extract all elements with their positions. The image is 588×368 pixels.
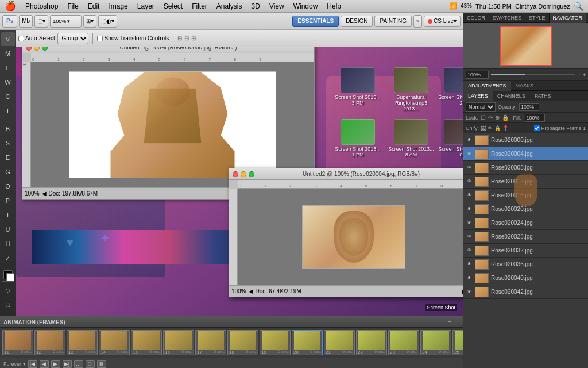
tool-move[interactable]: V (1, 32, 15, 46)
tween-btn[interactable]: … (74, 360, 83, 368)
view-btn[interactable]: ⊞▾ (83, 15, 96, 28)
anim-frame-25[interactable]: 25 0 sec. (452, 330, 463, 355)
tool-eyedropper[interactable]: I (1, 104, 15, 118)
zoom-slider[interactable] (491, 74, 575, 75)
anim-frame-15[interactable]: 15 0 sec. (131, 330, 162, 355)
zoom-nav-left-2[interactable]: ◀ (249, 288, 253, 294)
layer-item-8[interactable]: 👁 Rose020032.jpg (463, 244, 588, 258)
cs-live-btn[interactable]: CS Live▾ (424, 16, 461, 27)
layer-item-10[interactable]: 👁 Rose020040.jpg (463, 271, 588, 285)
menu-layer[interactable]: Layer (133, 0, 159, 13)
menu-help[interactable]: Help (322, 0, 346, 13)
menu-3d[interactable]: 3D (247, 0, 265, 13)
propagate-check[interactable]: Propagate Frame 1 (534, 125, 586, 131)
layer-item-9[interactable]: 👁 Rose020036.jpg (463, 258, 588, 271)
fill-input[interactable]: 100% (525, 114, 545, 122)
layer-item-0[interactable]: 👁 Rose020000.jpg (463, 133, 588, 147)
layer-eye-8[interactable]: 👁 (466, 247, 473, 254)
layer-eye-3[interactable]: 👁 (466, 178, 473, 185)
tool-dodge[interactable]: O (1, 179, 15, 193)
desktop-icon-5[interactable]: Screen Shot 2013... 8 AM (388, 119, 434, 158)
unify-btn4[interactable]: 📍 (502, 125, 509, 131)
menu-filter[interactable]: Filter (187, 0, 212, 13)
layer-eye-7[interactable]: 👁 (466, 233, 473, 240)
tool-brush[interactable]: B (1, 122, 15, 136)
tool-lasso[interactable]: L (1, 61, 15, 75)
menu-window[interactable]: Window (289, 0, 323, 13)
desktop-icon-6[interactable]: Screen Shot 2013... 0 (438, 119, 463, 158)
tab-style[interactable]: STYLE (525, 13, 550, 23)
tool-pen[interactable]: P (1, 194, 15, 208)
menu-photoshop[interactable]: Photoshop (21, 0, 63, 13)
menu-edit[interactable]: Edit (83, 0, 105, 13)
tool-shape[interactable]: U (1, 223, 15, 236)
anim-frame-21[interactable]: 21 0 sec. (324, 330, 355, 355)
maximize-btn-2[interactable] (249, 171, 254, 177)
tab-layers[interactable]: LAYERS (463, 91, 493, 101)
zoom-level-btn[interactable]: 100% ▾ (50, 15, 82, 28)
tool-marquee[interactable]: M (1, 47, 15, 60)
layer-item-1[interactable]: 👁 Rose020004.jpg (463, 147, 588, 161)
layer-eye-1[interactable]: 👁 (466, 151, 473, 158)
tool-gradient[interactable]: G (1, 165, 15, 179)
menu-image[interactable]: Image (104, 0, 132, 13)
mb-mode-btn[interactable]: Mb (19, 15, 33, 28)
layer-item-6[interactable]: 👁 Rose020024.jpg (463, 216, 588, 230)
anim-frame-23[interactable]: 23 0 sec. (388, 330, 419, 355)
lock-image-icon[interactable]: ✏ (488, 114, 493, 121)
unify-btn3[interactable]: 🔒 (494, 125, 501, 131)
anim-frame-11[interactable]: 11 0 sec. (2, 330, 33, 355)
desktop-icon-2[interactable]: Supernatural Ringtone.mp3 2013... (388, 67, 434, 112)
menu-analysis[interactable]: Analysis (212, 0, 247, 13)
search-icon[interactable]: 🔍 (574, 2, 583, 11)
anim-frame-17[interactable]: 17 0 sec. (195, 330, 226, 355)
tool-eraser[interactable]: E (1, 151, 15, 164)
tab-navigator[interactable]: NAVIGATOR (550, 13, 587, 23)
anim-frame-16[interactable]: 16 0 sec. (163, 330, 194, 355)
lock-all-icon[interactable]: 🔒 (502, 114, 509, 121)
tool-quickselect[interactable]: W (1, 75, 15, 89)
opacity-input[interactable]: 100% (519, 103, 539, 111)
lock-position-icon[interactable]: ⊕ (495, 114, 500, 121)
anim-frame-18[interactable]: 18 0 sec. (227, 330, 258, 355)
layer-eye-9[interactable]: 👁 (466, 261, 473, 268)
tool-crop[interactable]: C (1, 90, 15, 103)
anim-frame-12[interactable]: 12 0 sec. (34, 330, 65, 355)
unify-btn1[interactable]: 🖼 (481, 125, 486, 131)
quick-mask-btn[interactable]: ⬡ (1, 283, 15, 297)
foreground-color[interactable] (3, 270, 13, 279)
layer-eye-4[interactable]: 👁 (466, 192, 473, 199)
anim-menu-btn[interactable]: ≡ (447, 319, 451, 326)
tab-adjustments[interactable]: ADJUSTMENTS (463, 80, 511, 91)
layer-item-12[interactable]: 👁 Rose020044.jpg (463, 299, 588, 300)
layer-eye-6[interactable]: 👁 (466, 220, 473, 227)
layer-eye-11[interactable]: 👁 (466, 289, 473, 296)
layer-eye-10[interactable]: 👁 (466, 275, 473, 282)
apple-menu-icon[interactable]: 🍎 (5, 1, 16, 12)
first-frame-btn[interactable]: |◀ (28, 360, 37, 368)
tool-zoom[interactable]: Z (1, 251, 15, 265)
loop-setting[interactable]: Forever ▾ (3, 361, 26, 367)
tool-stamp[interactable]: S (1, 136, 15, 150)
next-frame-btn[interactable]: ▶| (63, 360, 72, 368)
desktop-icon-1[interactable]: Screen Shot 2013... 3 PM (335, 67, 381, 106)
background-color[interactable] (6, 273, 14, 281)
more-workspaces-btn[interactable]: » (413, 15, 422, 28)
layer-item-11[interactable]: 👁 Rose020042.jpg (463, 285, 588, 299)
anim-frame-19[interactable]: 19 0 sec. (260, 330, 291, 355)
auto-select-checkbox[interactable] (18, 36, 24, 41)
menu-view[interactable]: View (265, 0, 289, 13)
canvas-area-2[interactable] (238, 189, 469, 285)
screen-mode-btn[interactable]: ⬚ (1, 298, 15, 312)
anim-frame-13[interactable]: 13 0 sec. (67, 330, 98, 355)
layer-item-2[interactable]: 👁 Rose020008.jpg (463, 161, 588, 175)
desktop-icon-3[interactable]: Screen Shot 2013... 2 (438, 67, 463, 106)
lock-transparent-icon[interactable]: ☐ (481, 114, 486, 121)
prev-frame-btn[interactable]: ◀ (40, 360, 49, 368)
play-btn[interactable]: ▶ (51, 360, 60, 368)
anim-frame-20[interactable]: 20 0 sec. (292, 330, 323, 355)
tab-channels[interactable]: CHANNELS (493, 91, 530, 101)
anim-frame-22[interactable]: 22 0 sec. (356, 330, 387, 355)
tool-text[interactable]: T (1, 208, 15, 222)
zoom-nav-left[interactable]: ◀ (42, 190, 47, 197)
